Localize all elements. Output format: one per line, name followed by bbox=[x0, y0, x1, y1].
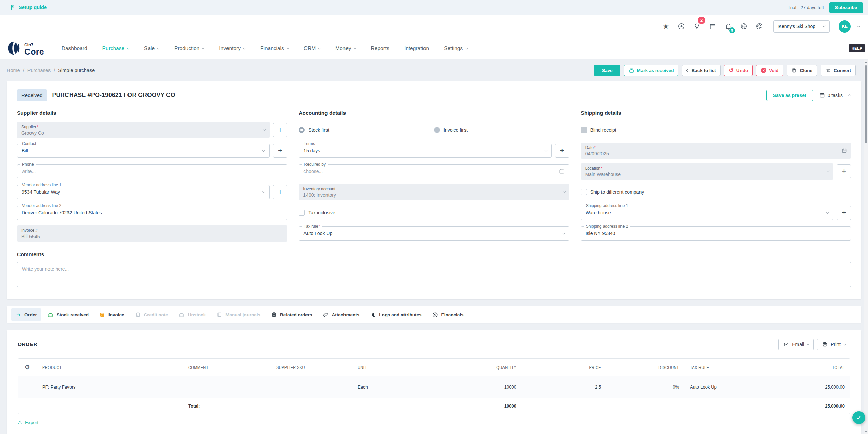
favorites-star-icon[interactable]: ★ bbox=[662, 22, 670, 31]
shipping-address-line-2-field[interactable]: Shipping address line 2 Isle NY 95340 bbox=[581, 226, 851, 241]
save-button[interactable]: Save bbox=[594, 65, 620, 76]
tab-attachments[interactable]: Attachments bbox=[318, 308, 364, 321]
nav-item-reports[interactable]: Reports bbox=[371, 45, 389, 51]
nav-item-purchase[interactable]: Purchase bbox=[102, 45, 129, 51]
nav-item-crm[interactable]: CRM bbox=[304, 45, 320, 51]
shipping-address-line-1-field[interactable]: Shipping address line 1 Ware house bbox=[581, 206, 833, 220]
organization-selector[interactable]: Kenny's Ski Shop bbox=[773, 20, 830, 33]
nav-item-settings[interactable]: Settings bbox=[444, 45, 468, 51]
add-terms-button[interactable]: + bbox=[555, 144, 569, 158]
nav-item-money[interactable]: Money bbox=[335, 45, 356, 51]
shipping-details-section: Shipping details Blind receipt Date* 04/… bbox=[581, 110, 851, 246]
tab-financials[interactable]: Financials bbox=[428, 308, 468, 321]
theme-palette-icon[interactable] bbox=[755, 22, 764, 31]
col-comment: COMMENT bbox=[183, 365, 271, 370]
export-link[interactable]: Export bbox=[18, 420, 38, 425]
section-title: Shipping details bbox=[581, 110, 851, 116]
terms-field[interactable]: Terms 15 days bbox=[299, 144, 551, 158]
chevron-down-icon bbox=[263, 128, 266, 131]
collapse-chevron-up-icon[interactable] bbox=[848, 94, 852, 97]
add-supplier-button[interactable]: + bbox=[273, 123, 287, 137]
inventory-account-field: Inventory account 1400: Inventory bbox=[299, 184, 569, 200]
tax-rule-field[interactable]: Tax rule* Auto Look Up bbox=[299, 226, 569, 241]
total-label: Total: bbox=[183, 403, 271, 409]
envelope-icon bbox=[783, 342, 789, 347]
scroll-up-arrow-icon[interactable] bbox=[865, 61, 867, 63]
chevron-down-icon bbox=[807, 342, 809, 345]
organization-name: Kenny's Ski Shop bbox=[778, 24, 815, 29]
phone-field[interactable]: Phone write... bbox=[17, 164, 287, 178]
calendar-icon[interactable] bbox=[708, 22, 717, 31]
breadcrumb-home[interactable]: Home bbox=[7, 68, 20, 73]
comments-input[interactable] bbox=[17, 262, 851, 287]
table-settings-gear-icon[interactable]: ⚙ bbox=[25, 364, 30, 370]
nav-item-inventory[interactable]: Inventory bbox=[219, 45, 245, 51]
void-button[interactable]: ✕ Void bbox=[756, 65, 783, 76]
chevron-down-icon bbox=[318, 46, 321, 49]
convert-button[interactable]: Convert bbox=[821, 65, 856, 76]
dollar-circle-icon bbox=[432, 312, 438, 318]
tasks-button[interactable]: 0 tasks bbox=[819, 92, 843, 98]
undo-button[interactable]: ↺ Undo bbox=[724, 65, 753, 76]
product-link[interactable]: PF: Party Favors bbox=[42, 384, 76, 390]
add-shipping-address-button[interactable]: + bbox=[837, 206, 851, 220]
invoice-first-radio[interactable]: Invoice first bbox=[434, 127, 569, 133]
clone-button[interactable]: Clone bbox=[787, 65, 817, 76]
add-location-button[interactable]: + bbox=[837, 164, 851, 178]
add-contact-button[interactable]: + bbox=[273, 144, 287, 158]
nav-item-integration[interactable]: Integration bbox=[404, 45, 429, 51]
tab-invoice[interactable]: Invoice bbox=[95, 308, 129, 321]
profile-chevron-down-icon[interactable] bbox=[857, 24, 861, 27]
contact-value: Bill bbox=[22, 148, 259, 153]
email-button[interactable]: Email bbox=[778, 339, 814, 350]
section-title: Supplier details bbox=[17, 110, 287, 116]
ship-to-different-company-checkbox[interactable]: Ship to different company bbox=[581, 189, 644, 195]
tab-logs-and-attributes[interactable]: Logs and attributes bbox=[366, 308, 426, 321]
contact-field[interactable]: Contact Bill bbox=[17, 144, 270, 158]
subscribe-button[interactable]: Subscribe bbox=[829, 2, 863, 13]
vendor-address-line-1-field[interactable]: Vendor address line 1 9534 Tubular Way bbox=[17, 185, 270, 199]
supplier-value: Groovy Co bbox=[21, 130, 265, 136]
tab-stock-received[interactable]: Stock received bbox=[43, 308, 93, 321]
calendar-icon bbox=[819, 92, 825, 98]
add-vendor-address-button[interactable]: + bbox=[273, 185, 287, 199]
save-as-preset-button[interactable]: Save as preset bbox=[766, 90, 813, 101]
col-unit: UNIT bbox=[352, 365, 430, 370]
floating-confirm-button[interactable]: ✓ bbox=[852, 411, 865, 424]
bell-icon[interactable]: 9 bbox=[724, 22, 733, 31]
chevron-down-icon bbox=[823, 24, 826, 27]
alerts-count-badge: 9 bbox=[729, 27, 735, 33]
back-to-list-button[interactable]: Back to list bbox=[682, 65, 721, 76]
tax-inclusive-checkbox[interactable]: Tax inclusive bbox=[299, 210, 335, 216]
mark-as-received-button[interactable]: Mark as received bbox=[624, 65, 679, 76]
setup-guide-label: Setup guide bbox=[19, 5, 47, 10]
chevron-down-icon bbox=[202, 46, 204, 49]
required-by-field[interactable]: Required by choose... bbox=[299, 164, 569, 178]
vendor-address-line-2-field[interactable]: Vendor address line 2 Denver Colorado 70… bbox=[17, 206, 287, 220]
nav-item-dashboard[interactable]: Dashboard bbox=[62, 45, 87, 51]
page-scrollbar[interactable] bbox=[864, 60, 868, 434]
cin7-core-logo[interactable]: Cin7 Core bbox=[6, 40, 44, 56]
scroll-down-arrow-icon[interactable] bbox=[865, 431, 867, 432]
tab-related-orders[interactable]: Related orders bbox=[267, 308, 317, 321]
nav-item-financials[interactable]: Financials bbox=[260, 45, 289, 51]
tab-order[interactable]: Order bbox=[11, 308, 41, 321]
globe-icon[interactable] bbox=[739, 22, 748, 31]
col-price: PRICE bbox=[522, 365, 607, 370]
print-button[interactable]: Print bbox=[817, 339, 850, 350]
export-upload-icon bbox=[18, 420, 23, 425]
chevron-down-icon bbox=[843, 342, 846, 345]
quick-add-icon[interactable] bbox=[677, 22, 686, 31]
col-discount: DISCOUNT bbox=[607, 365, 685, 370]
breadcrumb-purchases[interactable]: Purchases bbox=[27, 68, 51, 73]
nav-item-sale[interactable]: Sale bbox=[144, 45, 159, 51]
stock-first-radio[interactable]: Stock first bbox=[299, 127, 434, 133]
help-button[interactable]: HELP bbox=[849, 44, 865, 52]
avatar[interactable]: KE bbox=[839, 20, 851, 33]
setup-guide-button[interactable]: Setup guide bbox=[10, 5, 47, 11]
location-field: Location* Main Warehouse bbox=[581, 163, 833, 180]
scrollbar-thumb[interactable] bbox=[865, 65, 867, 143]
nav-item-production[interactable]: Production bbox=[174, 45, 204, 51]
col-quantity: QUANTITY bbox=[430, 365, 522, 370]
whats-new-bulb-icon[interactable]: 2 bbox=[693, 22, 702, 31]
